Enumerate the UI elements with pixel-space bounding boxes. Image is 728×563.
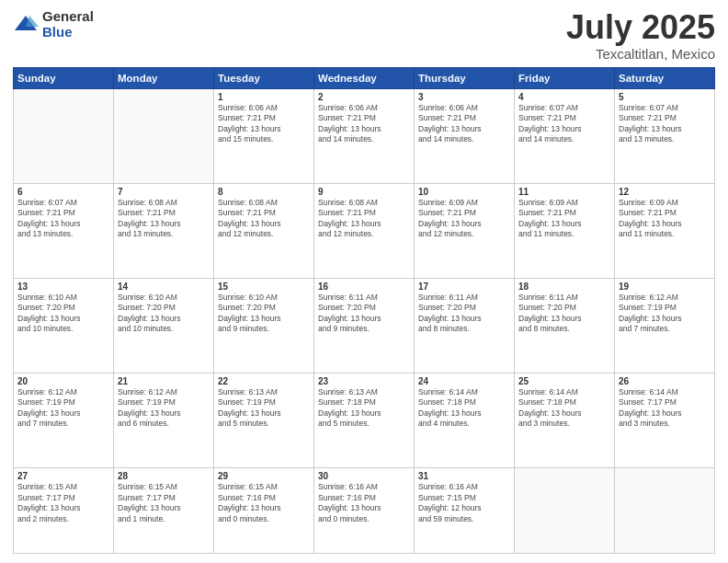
day-info: Sunrise: 6:11 AM Sunset: 7:20 PM Dayligh… [318, 293, 410, 335]
col-header-friday: Friday [515, 67, 615, 88]
day-cell-8: 8Sunrise: 6:08 AM Sunset: 7:21 PM Daylig… [214, 183, 314, 278]
day-cell-3: 3Sunrise: 6:06 AM Sunset: 7:21 PM Daylig… [415, 88, 515, 183]
day-number: 10 [418, 187, 510, 197]
day-info: Sunrise: 6:07 AM Sunset: 7:21 PM Dayligh… [518, 103, 610, 145]
day-cell-16: 16Sunrise: 6:11 AM Sunset: 7:20 PM Dayli… [314, 278, 415, 373]
col-header-saturday: Saturday [615, 67, 715, 88]
day-number: 12 [619, 187, 711, 197]
day-cell-11: 11Sunrise: 6:09 AM Sunset: 7:21 PM Dayli… [515, 183, 615, 278]
day-cell-30: 30Sunrise: 6:16 AM Sunset: 7:16 PM Dayli… [314, 468, 415, 554]
day-info: Sunrise: 6:08 AM Sunset: 7:21 PM Dayligh… [318, 198, 410, 240]
day-info: Sunrise: 6:13 AM Sunset: 7:19 PM Dayligh… [218, 387, 310, 430]
empty-cell [114, 88, 214, 183]
day-number: 16 [318, 282, 410, 292]
calendar: SundayMondayTuesdayWednesdayThursdayFrid… [13, 67, 715, 554]
main-title: July 2025 [566, 9, 715, 46]
day-cell-6: 6Sunrise: 6:07 AM Sunset: 7:21 PM Daylig… [14, 183, 114, 278]
day-number: 3 [418, 92, 510, 102]
empty-cell [615, 468, 715, 554]
logo-text: General Blue [42, 9, 94, 40]
day-info: Sunrise: 6:13 AM Sunset: 7:18 PM Dayligh… [318, 387, 410, 430]
day-cell-15: 15Sunrise: 6:10 AM Sunset: 7:20 PM Dayli… [214, 278, 314, 373]
day-number: 6 [17, 187, 109, 197]
day-number: 31 [418, 471, 510, 481]
day-info: Sunrise: 6:15 AM Sunset: 7:17 PM Dayligh… [118, 482, 210, 524]
day-number: 30 [318, 471, 410, 481]
day-number: 7 [118, 187, 210, 197]
logo-blue: Blue [42, 25, 94, 40]
day-number: 19 [619, 282, 711, 292]
col-header-wednesday: Wednesday [314, 67, 415, 88]
day-cell-26: 26Sunrise: 6:14 AM Sunset: 7:17 PM Dayli… [615, 373, 715, 468]
day-info: Sunrise: 6:07 AM Sunset: 7:21 PM Dayligh… [17, 198, 109, 240]
day-number: 25 [518, 376, 610, 386]
day-info: Sunrise: 6:06 AM Sunset: 7:21 PM Dayligh… [318, 103, 410, 145]
week-row-4: 20Sunrise: 6:12 AM Sunset: 7:19 PM Dayli… [14, 373, 715, 468]
day-number: 4 [518, 92, 610, 102]
day-info: Sunrise: 6:16 AM Sunset: 7:15 PM Dayligh… [418, 482, 510, 524]
day-cell-20: 20Sunrise: 6:12 AM Sunset: 7:19 PM Dayli… [14, 373, 114, 468]
day-info: Sunrise: 6:16 AM Sunset: 7:16 PM Dayligh… [318, 482, 410, 524]
col-header-thursday: Thursday [415, 67, 515, 88]
day-info: Sunrise: 6:10 AM Sunset: 7:20 PM Dayligh… [17, 293, 109, 335]
day-cell-19: 19Sunrise: 6:12 AM Sunset: 7:19 PM Dayli… [615, 278, 715, 373]
day-info: Sunrise: 6:14 AM Sunset: 7:18 PM Dayligh… [518, 387, 610, 430]
day-info: Sunrise: 6:14 AM Sunset: 7:17 PM Dayligh… [619, 387, 711, 430]
day-number: 13 [17, 282, 109, 292]
day-number: 1 [218, 92, 310, 102]
day-info: Sunrise: 6:09 AM Sunset: 7:21 PM Dayligh… [418, 198, 510, 240]
day-cell-28: 28Sunrise: 6:15 AM Sunset: 7:17 PM Dayli… [114, 468, 214, 554]
day-number: 8 [218, 187, 310, 197]
day-cell-22: 22Sunrise: 6:13 AM Sunset: 7:19 PM Dayli… [214, 373, 314, 468]
svg-marker-1 [26, 16, 39, 27]
day-info: Sunrise: 6:11 AM Sunset: 7:20 PM Dayligh… [518, 293, 610, 335]
day-number: 11 [518, 187, 610, 197]
day-cell-14: 14Sunrise: 6:10 AM Sunset: 7:20 PM Dayli… [114, 278, 214, 373]
day-number: 14 [118, 282, 210, 292]
day-cell-25: 25Sunrise: 6:14 AM Sunset: 7:18 PM Dayli… [515, 373, 615, 468]
day-cell-9: 9Sunrise: 6:08 AM Sunset: 7:21 PM Daylig… [314, 183, 415, 278]
day-number: 21 [118, 376, 210, 386]
empty-cell [515, 468, 615, 554]
day-cell-27: 27Sunrise: 6:15 AM Sunset: 7:17 PM Dayli… [14, 468, 114, 554]
day-info: Sunrise: 6:14 AM Sunset: 7:18 PM Dayligh… [418, 387, 510, 430]
day-info: Sunrise: 6:15 AM Sunset: 7:16 PM Dayligh… [218, 482, 310, 524]
logo: General Blue [13, 9, 94, 40]
day-info: Sunrise: 6:06 AM Sunset: 7:21 PM Dayligh… [218, 103, 310, 145]
day-info: Sunrise: 6:08 AM Sunset: 7:21 PM Dayligh… [118, 198, 210, 240]
day-number: 29 [218, 471, 310, 481]
day-number: 22 [218, 376, 310, 386]
day-cell-10: 10Sunrise: 6:09 AM Sunset: 7:21 PM Dayli… [415, 183, 515, 278]
day-number: 27 [17, 471, 109, 481]
empty-cell [14, 88, 114, 183]
day-cell-7: 7Sunrise: 6:08 AM Sunset: 7:21 PM Daylig… [114, 183, 214, 278]
day-info: Sunrise: 6:12 AM Sunset: 7:19 PM Dayligh… [619, 293, 711, 335]
header-row: SundayMondayTuesdayWednesdayThursdayFrid… [14, 67, 715, 88]
day-cell-4: 4Sunrise: 6:07 AM Sunset: 7:21 PM Daylig… [515, 88, 615, 183]
day-cell-17: 17Sunrise: 6:11 AM Sunset: 7:20 PM Dayli… [415, 278, 515, 373]
week-row-1: 1Sunrise: 6:06 AM Sunset: 7:21 PM Daylig… [14, 88, 715, 183]
day-cell-18: 18Sunrise: 6:11 AM Sunset: 7:20 PM Dayli… [515, 278, 615, 373]
week-row-3: 13Sunrise: 6:10 AM Sunset: 7:20 PM Dayli… [14, 278, 715, 373]
day-info: Sunrise: 6:06 AM Sunset: 7:21 PM Dayligh… [418, 103, 510, 145]
day-number: 23 [318, 376, 410, 386]
day-cell-31: 31Sunrise: 6:16 AM Sunset: 7:15 PM Dayli… [415, 468, 515, 554]
day-info: Sunrise: 6:12 AM Sunset: 7:19 PM Dayligh… [118, 387, 210, 430]
day-cell-12: 12Sunrise: 6:09 AM Sunset: 7:21 PM Dayli… [615, 183, 715, 278]
col-header-tuesday: Tuesday [214, 67, 314, 88]
col-header-monday: Monday [114, 67, 214, 88]
day-cell-1: 1Sunrise: 6:06 AM Sunset: 7:21 PM Daylig… [214, 88, 314, 183]
day-cell-5: 5Sunrise: 6:07 AM Sunset: 7:21 PM Daylig… [615, 88, 715, 183]
col-header-sunday: Sunday [14, 67, 114, 88]
day-cell-21: 21Sunrise: 6:12 AM Sunset: 7:19 PM Dayli… [114, 373, 214, 468]
day-number: 5 [619, 92, 711, 102]
day-info: Sunrise: 6:07 AM Sunset: 7:21 PM Dayligh… [619, 103, 711, 145]
day-number: 15 [218, 282, 310, 292]
title-block: July 2025 Texcaltitlan, Mexico [566, 9, 715, 62]
day-info: Sunrise: 6:10 AM Sunset: 7:20 PM Dayligh… [218, 293, 310, 335]
week-row-2: 6Sunrise: 6:07 AM Sunset: 7:21 PM Daylig… [14, 183, 715, 278]
day-cell-2: 2Sunrise: 6:06 AM Sunset: 7:21 PM Daylig… [314, 88, 415, 183]
day-number: 2 [318, 92, 410, 102]
day-info: Sunrise: 6:10 AM Sunset: 7:20 PM Dayligh… [118, 293, 210, 335]
logo-icon [13, 12, 39, 38]
